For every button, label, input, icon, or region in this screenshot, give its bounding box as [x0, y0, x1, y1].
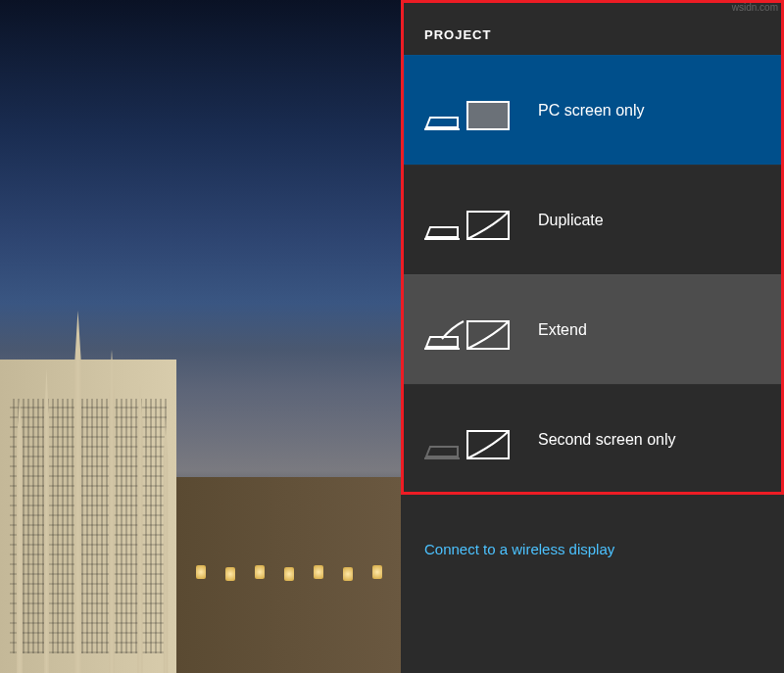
option-duplicate[interactable]: Duplicate — [401, 165, 784, 274]
panel-title: PROJECT — [401, 0, 784, 55]
option-second-screen-only[interactable]: Second screen only — [401, 384, 784, 494]
pc-screen-only-icon — [424, 86, 511, 135]
second-screen-only-icon — [424, 415, 511, 464]
option-extend[interactable]: Extend — [401, 274, 784, 384]
option-label: Extend — [538, 321, 587, 339]
connect-wireless-display-link[interactable]: Connect to a wireless display — [401, 494, 784, 557]
desktop-wallpaper — [0, 0, 401, 673]
duplicate-icon — [424, 196, 511, 245]
svg-rect-1 — [467, 102, 509, 129]
option-label: Second screen only — [538, 431, 676, 449]
wallpaper-building — [0, 301, 401, 673]
option-label: Duplicate — [538, 212, 604, 229]
watermark: wsidn.com — [732, 2, 778, 13]
option-label: PC screen only — [538, 102, 645, 120]
extend-icon — [424, 306, 511, 355]
option-pc-screen-only[interactable]: PC screen only — [401, 55, 784, 165]
project-panel: PROJECT PC screen only Duplicate — [401, 0, 784, 673]
